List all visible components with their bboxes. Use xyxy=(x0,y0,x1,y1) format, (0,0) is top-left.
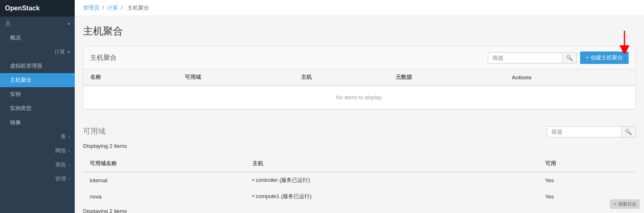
page-title: 主机聚合 xyxy=(83,24,636,38)
az-row2-name: nova xyxy=(83,189,246,205)
host-aggregate-toolbar: 🔍 + 创建主机聚合 xyxy=(488,51,629,64)
sidebar-top-section[interactable]: 员 ▾ xyxy=(0,17,75,31)
col-availability-zone: 可用域 xyxy=(178,69,294,86)
col-name: 名称 xyxy=(83,69,178,86)
sidebar-compute-group[interactable]: 计算 ▾ xyxy=(0,45,75,59)
chevron-right-icon-4: › xyxy=(69,177,70,181)
breadcrumb-current: 主机聚合 xyxy=(127,5,149,11)
az-table: 可用域名称 主机 可用 internal • controller (服务已运行… xyxy=(83,156,636,205)
az-col-name: 可用域名称 xyxy=(83,156,246,172)
create-btn-container: + 创建主机聚合 xyxy=(580,51,629,64)
host-aggregate-section-title: 主机聚合 xyxy=(90,54,117,62)
az-row1-hosts: • controller (服务已运行) xyxy=(246,172,539,189)
sidebar-item-instances[interactable]: 实例 xyxy=(0,87,75,101)
content-area: 主机聚合 主机聚合 🔍 + 创建主机聚合 xyxy=(75,16,644,213)
az-row1-name: internal xyxy=(83,172,246,189)
create-host-aggregate-button[interactable]: + 创建主机聚合 xyxy=(580,51,629,64)
host-aggregate-filter-button[interactable]: 🔍 xyxy=(563,52,577,64)
az-section-header: 可用域 🔍 Displaying 2 items xyxy=(83,120,636,156)
chevron-right-icon-2: › xyxy=(69,149,70,153)
sidebar-item-host-aggregate[interactable]: 主机聚合 xyxy=(0,73,75,87)
az-displaying-count: Displaying 2 items xyxy=(83,140,636,152)
az-filter-group: 🔍 xyxy=(547,126,636,137)
sidebar-top-label: 员 xyxy=(5,20,10,27)
host-aggregate-filter-group: 🔍 xyxy=(488,52,577,64)
col-actions: Actions xyxy=(505,69,635,86)
sidebar: OpenStack 员 ▾ 概况 计算 ▾ 虚拟机管理器 主机聚合 实例 实例类… xyxy=(0,0,75,213)
table-row: internal • controller (服务已运行) Yes xyxy=(83,172,636,189)
az-filter-input[interactable] xyxy=(547,126,622,137)
sidebar-item-images[interactable]: 镜像 xyxy=(0,115,75,130)
az-section-title: 可用域 xyxy=(83,126,105,136)
host-aggregate-filter-input[interactable] xyxy=(488,52,563,64)
sidebar-item-overview[interactable]: 概况 xyxy=(0,31,75,45)
sidebar-collapse-chevron: ▾ xyxy=(68,22,70,26)
availability-zone-wrapper: 可用域 🔍 Displaying 2 items 可用域名称 主机 可用 xyxy=(83,120,636,213)
az-row2-hosts: • compute1 (服务已运行) xyxy=(246,189,539,205)
no-items-text: No items to display. xyxy=(83,86,635,109)
az-filter-button[interactable]: 🔍 xyxy=(622,126,636,137)
breadcrumb-admin[interactable]: 管理员 xyxy=(83,5,99,11)
watermark: ✓ 创新日志 xyxy=(610,199,640,209)
az-footer-count: Displaying 2 items xyxy=(83,205,636,213)
col-hosts: 主机 xyxy=(294,69,389,86)
host-aggregate-section-header: 主机聚合 🔍 + 创建主机聚合 xyxy=(83,47,635,69)
breadcrumb: 管理员 / 计算 / 主机聚合 xyxy=(75,0,644,16)
az-col-available: 可用 xyxy=(539,156,636,172)
chevron-right-icon-3: › xyxy=(69,163,70,167)
sidebar-system-group[interactable]: 系统 › xyxy=(0,158,75,172)
table-row: nova • compute1 (服务已运行) Yes xyxy=(83,189,636,205)
sidebar-volumes-group[interactable]: 卷 › xyxy=(0,130,75,144)
host-aggregate-table: 名称 可用域 主机 元数据 Actions No items to displa… xyxy=(83,69,635,109)
chevron-right-icon: › xyxy=(69,135,70,139)
col-metadata: 元数据 xyxy=(389,69,505,86)
az-row1-available: Yes xyxy=(539,172,636,189)
host-aggregate-section: 主机聚合 🔍 + 创建主机聚合 xyxy=(83,46,636,110)
sidebar-item-instance-types[interactable]: 实例类型 xyxy=(0,101,75,115)
sidebar-item-vm-manager[interactable]: 虚拟机管理器 xyxy=(0,59,75,73)
sidebar-network-group[interactable]: 网络 › xyxy=(0,144,75,158)
main-content: 管理员 / 计算 / 主机聚合 主机聚合 主机聚合 🔍 + 创建主机聚合 xyxy=(75,0,644,213)
chevron-down-icon: ▾ xyxy=(68,50,70,54)
az-col-hosts: 主机 xyxy=(246,156,539,172)
app-logo: OpenStack xyxy=(0,0,75,17)
breadcrumb-compute[interactable]: 计算 xyxy=(107,5,118,11)
sidebar-manage-group[interactable]: 管理 › xyxy=(0,172,75,186)
